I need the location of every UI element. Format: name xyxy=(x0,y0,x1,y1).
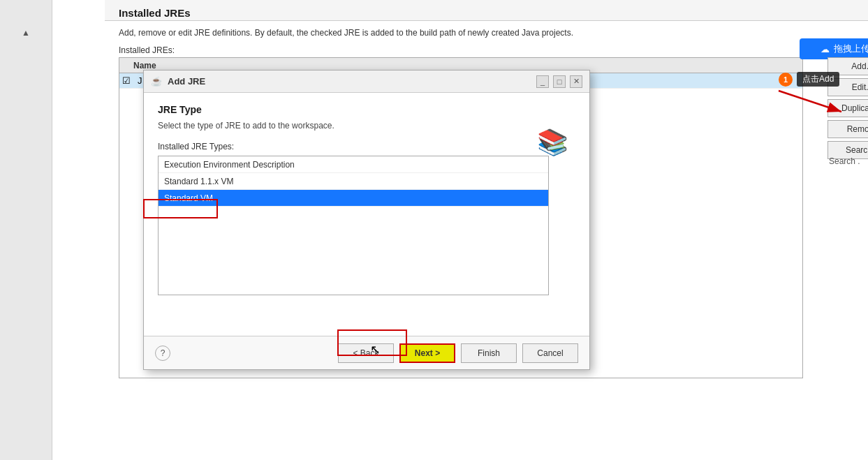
dialog-title-text: Add JRE xyxy=(168,76,205,87)
row-checkbox[interactable]: ☑ xyxy=(122,75,138,86)
remove-button[interactable]: Remove xyxy=(827,120,868,138)
step1-label: 点击Add xyxy=(797,72,839,87)
upload-label: 拖拽上传 xyxy=(834,43,869,55)
dialog-body: 📚 JRE Type Select the type of JRE to add… xyxy=(144,93,589,306)
panel-header: – □ ✕ xyxy=(105,0,868,21)
dialog-section-title: JRE Type xyxy=(158,104,575,115)
duplicate-button[interactable]: Duplicate... xyxy=(827,99,868,117)
upload-icon: ☁ xyxy=(821,44,830,54)
jre-types-list[interactable]: Execution Environment Description Standa… xyxy=(158,156,549,295)
sidebar-scroll-arrow[interactable]: ▲ xyxy=(22,28,30,38)
installed-jres-label: Installed JREs: xyxy=(119,45,175,55)
dialog-icon: ☕ xyxy=(151,76,162,87)
dialog-titlebar: ☕ Add JRE _ □ ✕ xyxy=(144,71,589,93)
jre-type-standard-11[interactable]: Standard 1.1.x VM xyxy=(159,173,548,190)
dialog-minimize-button[interactable]: _ xyxy=(536,75,549,88)
dialog-title-left: ☕ Add JRE xyxy=(151,76,205,87)
step1-badge: 1 xyxy=(779,73,793,87)
add-jre-dialog: ☕ Add JRE _ □ ✕ 📚 JRE Type Select the ty… xyxy=(143,70,590,370)
dialog-section-desc: Select the type of JRE to add to the wor… xyxy=(158,121,575,131)
cancel-button[interactable]: Cancel xyxy=(522,343,578,363)
dialog-help-button[interactable]: ? xyxy=(155,346,170,361)
search-text: Search . xyxy=(829,156,860,166)
back-button[interactable]: < Back xyxy=(338,343,394,363)
page-title: Installed JREs xyxy=(119,7,191,19)
jre-books-icon: 📚 xyxy=(537,128,568,157)
dialog-controls: _ □ ✕ xyxy=(536,75,582,88)
upload-button[interactable]: ☁ 拖拽上传 xyxy=(800,38,868,59)
jre-type-execution-env[interactable]: Execution Environment Description xyxy=(159,156,548,173)
next-button[interactable]: Next > xyxy=(399,343,455,363)
jre-type-execution-env-label: Execution Environment Description xyxy=(164,160,295,170)
sidebar: ▲ xyxy=(0,0,52,460)
jre-type-standard-11-label: Standard 1.1.x VM xyxy=(164,177,233,186)
dialog-close-button[interactable]: ✕ xyxy=(570,75,582,88)
row-name: J xyxy=(138,75,142,86)
main-panel: – □ ✕ Installed JREs Add, remove or edit… xyxy=(52,0,868,460)
description-text: Add, remove or edit JRE definitions. By … xyxy=(119,28,747,38)
dialog-maximize-button[interactable]: □ xyxy=(553,75,566,88)
name-column-header: Name xyxy=(133,61,156,71)
finish-button[interactable]: Finish xyxy=(461,343,517,363)
jre-type-standard-vm[interactable]: Standard VM xyxy=(159,190,548,207)
installed-jre-types-label: Installed JRE Types: xyxy=(158,142,575,151)
step1-annotation: 1 点击Add xyxy=(779,72,839,87)
dialog-footer: ? < Back Next > Finish Cancel xyxy=(144,336,589,369)
jre-type-standard-vm-label: Standard VM xyxy=(164,193,213,203)
